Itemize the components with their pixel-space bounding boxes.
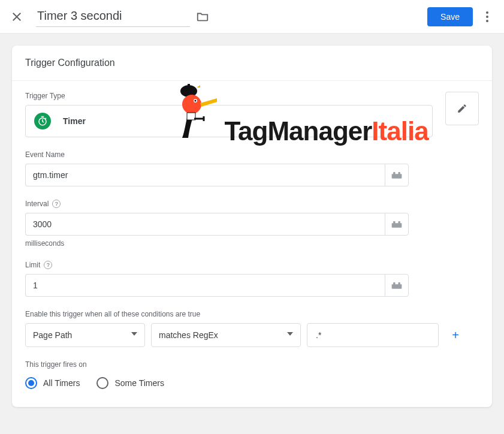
- variable-picker-button[interactable]: [385, 164, 409, 186]
- interval-unit: milliseconds: [25, 239, 479, 248]
- svg-point-2: [486, 20, 488, 22]
- folder-icon[interactable]: [196, 10, 209, 23]
- trigger-type-name: Timer: [63, 116, 86, 126]
- trigger-type-selector: Timer: [25, 105, 433, 137]
- lego-icon: [391, 281, 403, 290]
- fires-on-label: This trigger fires on: [25, 360, 479, 369]
- interval-label: Interval: [25, 200, 49, 208]
- event-name-label: Event Name: [25, 150, 479, 159]
- help-icon[interactable]: ?: [44, 261, 52, 269]
- radio-icon: [96, 377, 108, 389]
- trigger-type-label: Trigger Type: [25, 92, 479, 100]
- trigger-name-input[interactable]: [36, 7, 190, 27]
- svg-rect-15: [392, 223, 402, 228]
- trigger-config-panel: TagManagerItalia Trigger Configuration T…: [12, 46, 492, 407]
- variable-picker-button[interactable]: [385, 213, 409, 236]
- svg-rect-12: [392, 174, 402, 179]
- limit-input[interactable]: [25, 274, 385, 297]
- lego-icon: [391, 171, 403, 179]
- more-menu-icon[interactable]: [480, 10, 494, 24]
- svg-rect-13: [393, 172, 395, 174]
- svg-rect-20: [399, 282, 400, 285]
- edit-trigger-type-button[interactable]: [445, 92, 479, 125]
- svg-rect-14: [399, 172, 400, 174]
- timer-icon: [34, 113, 51, 129]
- chevron-down-icon: [131, 332, 137, 338]
- lego-icon: [391, 220, 403, 228]
- save-button[interactable]: Save: [427, 7, 473, 26]
- panel-title: Trigger Configuration: [12, 46, 492, 81]
- limit-label: Limit: [25, 261, 40, 269]
- variable-picker-button[interactable]: [385, 274, 409, 297]
- svg-rect-16: [393, 221, 395, 224]
- svg-rect-19: [393, 282, 395, 285]
- add-condition-button[interactable]: +: [445, 323, 466, 347]
- svg-rect-17: [399, 221, 400, 224]
- pencil-icon: [457, 103, 467, 114]
- condition-value-input[interactable]: [315, 330, 431, 340]
- svg-point-0: [486, 11, 488, 14]
- radio-icon: [25, 377, 37, 389]
- radio-all-timers[interactable]: All Timers: [25, 377, 80, 389]
- chevron-down-icon: [287, 332, 293, 338]
- radio-some-timers[interactable]: Some Timers: [96, 377, 164, 389]
- conditions-label: Enable this trigger when all of these co…: [25, 310, 479, 318]
- svg-point-1: [486, 16, 488, 18]
- condition-value-input-wrapper: [307, 323, 439, 347]
- condition-variable-select[interactable]: Page Path: [25, 323, 145, 347]
- svg-rect-18: [392, 284, 402, 289]
- interval-input[interactable]: [25, 213, 385, 236]
- condition-operator-select[interactable]: matches RegEx: [151, 323, 301, 347]
- close-icon[interactable]: [10, 10, 24, 24]
- help-icon[interactable]: ?: [52, 200, 61, 208]
- event-name-input[interactable]: [25, 164, 385, 186]
